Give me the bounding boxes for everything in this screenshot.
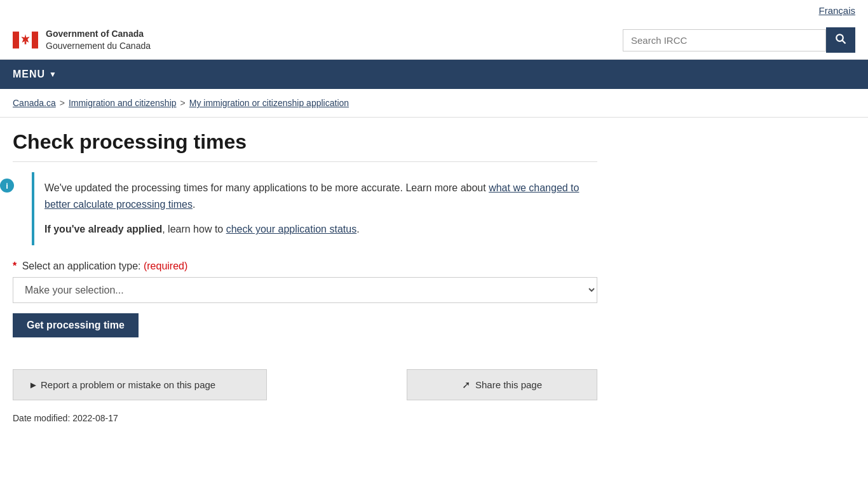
- page-title: Check processing times: [13, 130, 597, 162]
- footer-actions: ► Report a problem or mistake on this pa…: [13, 369, 597, 400]
- get-processing-time-button[interactable]: Get processing time: [13, 313, 139, 337]
- logo-area: Government of Canada Gouvernement du Can…: [13, 27, 151, 53]
- svg-line-6: [842, 40, 845, 43]
- report-problem-button[interactable]: ► Report a problem or mistake on this pa…: [13, 369, 267, 400]
- site-header: Government of Canada Gouvernement du Can…: [0, 21, 868, 60]
- breadcrumb-item-home[interactable]: Canada.ca: [13, 98, 56, 108]
- breadcrumb-separator-1: >: [60, 98, 65, 108]
- language-toggle-link[interactable]: Français: [818, 5, 855, 16]
- share-page-button[interactable]: ➚ Share this page: [407, 369, 597, 400]
- search-input[interactable]: [623, 29, 826, 51]
- government-name: Government of Canada Gouvernement du Can…: [46, 29, 151, 51]
- application-status-link[interactable]: check your application status: [226, 224, 356, 234]
- breadcrumb: Canada.ca > Immigration and citizenship …: [0, 89, 868, 117]
- application-type-label: * Select an application type: (required): [13, 261, 597, 272]
- svg-point-5: [836, 34, 843, 41]
- breadcrumb-separator-2: >: [180, 98, 186, 108]
- application-type-select[interactable]: Make your selection... Visitor visa (Tem…: [13, 277, 597, 303]
- menu-label: MENU: [13, 69, 45, 80]
- required-text: (required): [144, 261, 187, 271]
- main-content: Check processing times i We've updated t…: [0, 118, 610, 442]
- chevron-down-icon: ▼: [49, 70, 57, 79]
- gov-name-french: Gouvernement du Canada: [46, 41, 151, 51]
- top-bar: Français: [0, 0, 868, 21]
- info-icon: i: [0, 179, 14, 193]
- svg-rect-0: [13, 32, 19, 49]
- share-icon: ➚: [462, 379, 470, 391]
- gov-name-english: Government of Canada: [46, 29, 151, 39]
- menu-button[interactable]: MENU ▼: [0, 60, 70, 89]
- search-area: [623, 27, 855, 53]
- search-icon: [835, 33, 846, 44]
- info-text-2: If you've already applied, learn how to …: [44, 221, 587, 238]
- svg-rect-4: [25, 41, 27, 44]
- info-box: We've updated the processing times for m…: [32, 172, 597, 245]
- canada-flag-icon: [13, 27, 38, 53]
- info-box-wrapper: i We've updated the processing times for…: [13, 172, 597, 245]
- breadcrumb-item-immigration[interactable]: Immigration and citizenship: [69, 98, 177, 108]
- search-button[interactable]: [826, 27, 855, 53]
- required-asterisk: *: [13, 261, 17, 271]
- info-text-1: We've updated the processing times for m…: [44, 180, 587, 212]
- breadcrumb-item-my-application[interactable]: My immigration or citizenship applicatio…: [189, 98, 349, 108]
- svg-rect-2: [32, 32, 38, 49]
- date-modified: Date modified: 2022-08-17: [13, 413, 597, 423]
- form-section: * Select an application type: (required)…: [13, 261, 597, 337]
- main-nav: MENU ▼: [0, 60, 868, 89]
